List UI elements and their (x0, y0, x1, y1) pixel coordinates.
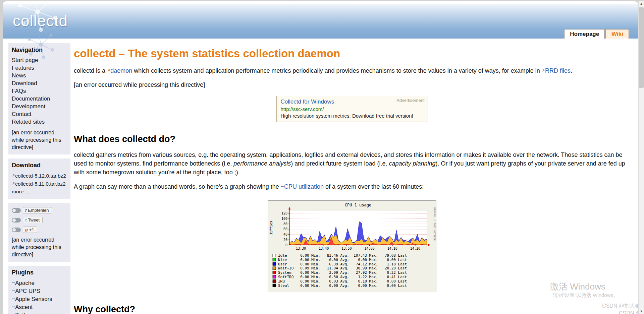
scrollbar-thumb[interactable] (639, 7, 644, 88)
tab-wiki[interactable]: Wiki (606, 29, 629, 39)
svg-text:Wait-IO 0.09 Min, 11.04 Av: Wait-IO 0.09 Min, 11.04 Avg, 38.99 Max, … (278, 266, 407, 270)
ssi-error-text: [an error occurred while processing this… (12, 236, 67, 258)
social-row: f Empfehlen (12, 207, 67, 213)
navigation-list: Start pageFeaturesNewsDownloadFAQsDocume… (12, 56, 67, 126)
intro-text: which collects system and application pe… (132, 67, 542, 74)
site-header: collectd Homepage Wiki (3, 4, 638, 39)
svg-text:14:00: 14:00 (365, 247, 375, 250)
ad-url[interactable]: http://ssc-serv.com/ (281, 106, 424, 112)
share-button[interactable]: t Tweet (23, 217, 43, 223)
plugin-link[interactable]: ↪APC UPS (12, 287, 67, 295)
svg-text:Steal 0.00 Min, 0.00 Av: Steal 0.00 Min, 0.00 Avg, 0.00 Max, 0.00… (278, 284, 407, 288)
page-body: Navigation Start pageFeaturesNewsDownloa… (3, 39, 638, 314)
tab-homepage[interactable]: Homepage (564, 29, 605, 39)
svg-text:60: 60 (283, 227, 287, 231)
share-button-label: +1 (29, 227, 34, 232)
social-buttons: f Empfehlen t Tweet g +1 (12, 207, 67, 233)
plugin-link[interactable]: ↪Apple Sensors (12, 295, 67, 303)
download-title: Download (12, 162, 67, 169)
performance-analysis-em: performance analysis (233, 160, 291, 167)
sidebar-nav-link[interactable]: Features (12, 64, 67, 72)
advertisement-label: Advertisement (396, 98, 424, 103)
sidebar-nav-link[interactable]: Development (12, 103, 67, 110)
ssi-error-text: [an error occurred while processing this… (74, 80, 630, 89)
sidebar-nav-link[interactable]: Documentation (12, 95, 67, 103)
sidebar-nav-link-label: Related sites (12, 119, 45, 125)
wiki-link-icon: ↪ (281, 184, 284, 188)
svg-text:13:30: 13:30 (296, 247, 306, 250)
rrd-files-link[interactable]: RRD files (545, 67, 571, 74)
intro-text: collectd is a (74, 67, 107, 74)
svg-text:13:50: 13:50 (341, 247, 352, 250)
graph-intro-text: A graph can say more than a thousand wor… (74, 183, 281, 190)
sidebar-nav-link-label: Contact (12, 111, 32, 117)
sidebar-navigation-section: Navigation Start pageFeaturesNewsDownloa… (8, 43, 70, 154)
sidebar: Navigation Start pageFeaturesNewsDownloa… (8, 43, 70, 314)
download-link-label: collectd-5.12.0.tar.bz2 (15, 173, 66, 179)
capacity-planning-em: capacity planning (389, 160, 435, 167)
share-icon: t (25, 217, 26, 223)
download-link[interactable]: ↗collectd-5.12.0.tar.bz2 (12, 172, 67, 180)
what-paragraph: collectd gathers metrics from various so… (74, 150, 630, 177)
collectd-webpage: collectd Homepage Wiki Navigation Start … (3, 1, 638, 314)
sidebar-nav-link-label: Start page (12, 57, 38, 63)
sidebar-nav-link[interactable]: News (12, 72, 67, 79)
sidebar-nav-link[interactable]: FAQs (12, 87, 67, 95)
cpu-utilization-link[interactable]: CPU utilization (284, 183, 324, 190)
toggle-knob-icon (12, 209, 16, 212)
privacy-toggle[interactable] (12, 218, 21, 223)
download-link[interactable]: more ... (12, 188, 67, 195)
sidebar-nav-link[interactable]: Download (12, 79, 67, 87)
toggle-knob-icon (12, 218, 16, 222)
share-button[interactable]: g +1 (23, 227, 37, 233)
share-icon: g (25, 227, 28, 232)
download-link-label: collectd-5.11.0.tar.bz2 (15, 181, 66, 187)
sidebar-nav-link[interactable]: Contact (12, 110, 67, 118)
cpu-usage-graph: 02040608010012013:3013:4013:5014:0014:10… (268, 200, 436, 292)
plugin-link-label: Apple Sensors (15, 296, 52, 302)
page-title: collectd – The system statistics collect… (74, 47, 630, 60)
sidebar-nav-link-label: News (12, 72, 26, 79)
svg-text:IRQ 0.00 Min, 0.03 Av: IRQ 0.00 Min, 0.03 Avg, 0.10 Max, 0.00 L… (278, 279, 407, 284)
daemon-link[interactable]: daemon (110, 67, 132, 74)
download-link[interactable]: ↗collectd-5.11.0.tar.bz2 (12, 180, 67, 188)
site-logo[interactable]: collectd (13, 12, 68, 30)
wiki-link-icon: ↪ (12, 305, 15, 309)
sidebar-plugins-section: Plugins ↪Apache↪APC UPS↪Apple Sensors↪As… (8, 266, 70, 314)
wiki-link-icon: ↪ (12, 289, 15, 293)
download-link-label: more ... (12, 189, 30, 194)
svg-text:CPU 1 usage: CPU 1 usage (345, 203, 371, 207)
plugin-link[interactable]: ↪Apache (12, 279, 67, 287)
privacy-toggle[interactable] (12, 228, 21, 232)
external-link-icon: ↗ (107, 68, 110, 72)
what-text: ) and predict future system load (i.e. (291, 160, 389, 167)
svg-text:System 0.00 Min, 2.09 Av: System 0.00 Min, 2.09 Avg, 27.92 Max, 0.… (278, 270, 407, 275)
scroll-up-button[interactable]: ▲ (639, 1, 644, 6)
sidebar-nav-link[interactable]: Related sites (12, 118, 67, 126)
scroll-down-button[interactable]: ▼ (639, 308, 644, 314)
svg-text:Nice 0.00 Min, 0.00 Av: Nice 0.00 Min, 0.00 Avg, 0.00 Max, 0.00 … (278, 258, 407, 262)
svg-text:14:10: 14:10 (387, 247, 397, 250)
plugin-link-label: Ascent (15, 304, 33, 310)
vertical-scrollbar[interactable]: ▲ ▼ (638, 1, 644, 314)
download-list: ↗collectd-5.12.0.tar.bz2↗collectd-5.11.0… (12, 172, 67, 195)
graph-container: 02040608010012013:3013:4013:5014:0014:10… (74, 200, 630, 292)
share-button[interactable]: f Empfehlen (23, 207, 52, 213)
sidebar-nav-link-label: Development (12, 103, 45, 110)
ssi-error-text: [an error occurred while processing this… (12, 129, 67, 151)
plugin-link[interactable]: ↪Ascent (12, 303, 67, 311)
wiki-link-icon: ↪ (12, 280, 15, 285)
plugins-list: ↪Apache↪APC UPS↪Apple Sensors↪Ascent↪Bat… (12, 279, 67, 314)
external-link-icon: ↗ (12, 181, 15, 185)
ad-title-link[interactable]: Collectd for Windows (281, 99, 334, 105)
sidebar-nav-link-label: Documentation (12, 96, 50, 102)
sidebar-nav-link-label: Features (12, 65, 34, 71)
svg-text:RRDTOOL / TOBI OETIKER: RRDTOOL / TOBI OETIKER (433, 207, 436, 241)
svg-text:14:20: 14:20 (410, 247, 420, 250)
plugin-link[interactable]: ↪Battery (12, 311, 67, 314)
plugin-link-label: Apache (15, 280, 35, 286)
share-button-label: Empfehlen (28, 208, 49, 213)
svg-text:Idle 0.00 Min, 83.46 Av: Idle 0.00 Min, 83.46 Avg, 107.43 Max, 79… (278, 253, 407, 258)
privacy-toggle[interactable] (12, 208, 21, 213)
sidebar-nav-link[interactable]: Start page (12, 56, 67, 64)
